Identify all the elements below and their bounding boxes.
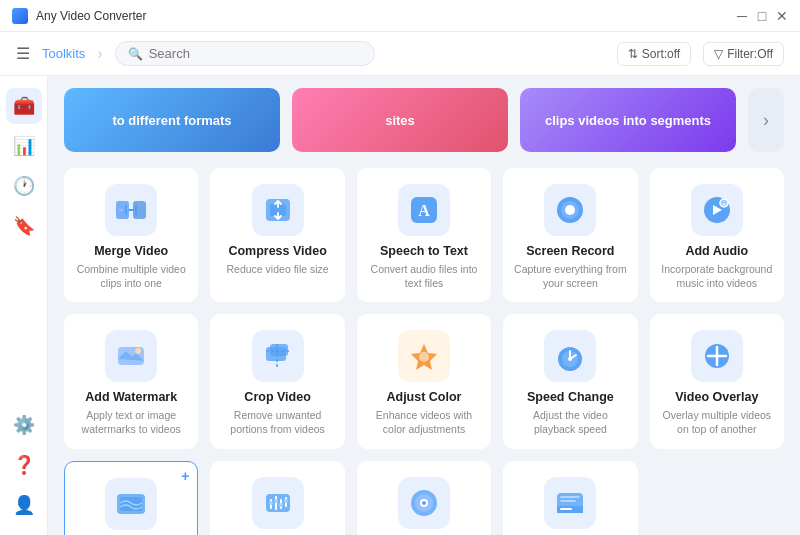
svg-point-38 <box>422 501 426 505</box>
close-button[interactable]: ✕ <box>776 10 788 22</box>
banner-download[interactable]: sites <box>292 88 508 152</box>
svg-point-32 <box>274 499 278 503</box>
audio-filter-icon <box>252 477 304 529</box>
screen-record-name: Screen Record <box>526 244 614 259</box>
merge-video-name: Merge Video <box>94 244 168 259</box>
svg-point-9 <box>565 205 575 215</box>
crop-video-name: Crop Video <box>244 390 310 405</box>
banner-convert-text: to different formats <box>112 113 231 128</box>
add-audio-name: Add Audio <box>685 244 748 259</box>
merge-video-desc: Combine multiple video clips into one <box>74 263 188 290</box>
speed-change-name: Speed Change <box>527 390 614 405</box>
video-overlay-name: Video Overlay <box>675 390 758 405</box>
tool-screen-record[interactable]: Screen Record Capture everything from yo… <box>503 168 637 302</box>
crop-video-icon <box>252 330 304 382</box>
svg-point-33 <box>279 503 283 507</box>
video-overlay-desc: Overlay multiple videos on top of anothe… <box>660 409 774 436</box>
filter-icon: ▽ <box>714 47 723 61</box>
banner-split-text: clips videos into segments <box>545 113 711 128</box>
sidebar-bottom: ⚙️ ❓ 👤 <box>6 407 42 523</box>
banner-row: to different formats sites clips videos … <box>64 88 784 152</box>
svg-rect-16 <box>270 344 288 356</box>
tool-adjust-color[interactable]: Adjust Color Enhance videos with color a… <box>357 314 491 448</box>
tool-compress-video[interactable]: Compress Video Reduce video file size <box>210 168 344 302</box>
tool-speed-change[interactable]: Speed Change Adjust the video playback s… <box>503 314 637 448</box>
merge-video-icon <box>105 184 157 236</box>
sidebar-item-help[interactable]: ❓ <box>6 447 42 483</box>
banner-split[interactable]: clips videos into segments <box>520 88 736 152</box>
svg-text:A: A <box>418 202 430 219</box>
svg-point-34 <box>284 499 288 503</box>
sidebar-item-user[interactable]: 👤 <box>6 487 42 523</box>
tool-dvd-burning[interactable]: DVD Burning Burn videos onto DVD discs f… <box>357 461 491 535</box>
svg-text:+: + <box>722 201 726 207</box>
tool-track-extract[interactable]: + Track Extract Remove audio and subtitl… <box>64 461 198 535</box>
sidebar-item-history[interactable]: 🕐 <box>6 168 42 204</box>
banner-convert[interactable]: to different formats <box>64 88 280 152</box>
sidebar: 🧰 📊 🕐 🔖 ⚙️ ❓ 👤 <box>0 76 48 535</box>
breadcrumb-separator: › <box>97 45 102 63</box>
title-bar: Any Video Converter ─ □ ✕ <box>0 0 800 32</box>
toolbar: ☰ Toolkits › 🔍 ⇅ Sort:off ▽ Filter:Off <box>0 32 800 76</box>
track-extract-icon <box>105 478 157 530</box>
content-area: to different formats sites clips videos … <box>48 76 800 535</box>
minimize-button[interactable]: ─ <box>736 10 748 22</box>
speech-to-text-name: Speech to Text <box>380 244 468 259</box>
add-watermark-name: Add Watermark <box>85 390 177 405</box>
window-controls[interactable]: ─ □ ✕ <box>736 10 788 22</box>
adjust-color-icon <box>398 330 450 382</box>
svg-rect-1 <box>133 201 146 219</box>
crop-video-desc: Remove unwanted portions from videos <box>220 409 334 436</box>
sidebar-item-settings[interactable]: ⚙️ <box>6 407 42 443</box>
adjust-color-name: Adjust Color <box>386 390 461 405</box>
compress-video-name: Compress Video <box>228 244 326 259</box>
breadcrumb[interactable]: Toolkits <box>42 46 85 61</box>
speech-to-text-desc: Convert audio files into text files <box>367 263 481 290</box>
toolbar-right: ⇅ Sort:off ▽ Filter:Off <box>617 42 784 66</box>
tools-grid: Merge Video Combine multiple video clips… <box>64 168 784 535</box>
sort-icon: ⇅ <box>628 47 638 61</box>
add-watermark-icon <box>105 330 157 382</box>
sidebar-item-convert[interactable]: 📊 <box>6 128 42 164</box>
tool-speech-to-text[interactable]: A Speech to Text Convert audio files int… <box>357 168 491 302</box>
screen-record-desc: Capture everything from your screen <box>513 263 627 290</box>
app-title: Any Video Converter <box>36 9 147 23</box>
compress-video-icon <box>252 184 304 236</box>
filter-button[interactable]: ▽ Filter:Off <box>703 42 784 66</box>
add-badge: + <box>181 468 189 484</box>
maximize-button[interactable]: □ <box>756 10 768 22</box>
search-input[interactable] <box>149 46 362 61</box>
filter-label: Filter:Off <box>727 47 773 61</box>
app-icon <box>12 8 28 24</box>
svg-rect-2 <box>116 201 129 219</box>
banner-download-text: sites <box>385 113 415 128</box>
svg-point-20 <box>568 357 572 361</box>
tool-video-overlay[interactable]: Video Overlay Overlay multiple videos on… <box>650 314 784 448</box>
main-layout: 🧰 📊 🕐 🔖 ⚙️ ❓ 👤 to different formats site… <box>0 76 800 535</box>
search-icon: 🔍 <box>128 47 143 61</box>
tool-audio-filter[interactable]: Audio Filter Modify the audio and apply … <box>210 461 344 535</box>
svg-point-31 <box>269 501 273 505</box>
search-box[interactable]: 🔍 <box>115 41 375 66</box>
banner-more-button[interactable]: › <box>748 88 784 152</box>
sort-button[interactable]: ⇅ Sort:off <box>617 42 691 66</box>
adjust-color-desc: Enhance videos with color adjustments <box>367 409 481 436</box>
add-audio-icon: + <box>691 184 743 236</box>
svg-point-17 <box>419 352 429 362</box>
speed-change-desc: Adjust the video playback speed <box>513 409 627 436</box>
tool-merge-video[interactable]: Merge Video Combine multiple video clips… <box>64 168 198 302</box>
sidebar-item-bookmark[interactable]: 🔖 <box>6 208 42 244</box>
speed-change-icon <box>544 330 596 382</box>
add-watermark-desc: Apply text or image watermarks to videos <box>74 409 188 436</box>
tool-add-audio[interactable]: + Add Audio Incorporate background music… <box>650 168 784 302</box>
tool-crop-video[interactable]: Crop Video Remove unwanted portions from… <box>210 314 344 448</box>
breadcrumb-label: Toolkits <box>42 46 85 61</box>
tool-add-watermark[interactable]: Add Watermark Apply text or image waterm… <box>64 314 198 448</box>
add-subtitles-icon <box>544 477 596 529</box>
add-audio-desc: Incorporate background music into videos <box>660 263 774 290</box>
svg-point-14 <box>135 348 141 354</box>
sidebar-item-home[interactable]: 🧰 <box>6 88 42 124</box>
menu-icon[interactable]: ☰ <box>16 44 30 63</box>
tool-add-subtitles[interactable]: Add Subtitles Insert subtitles into vide… <box>503 461 637 535</box>
sort-label: Sort:off <box>642 47 680 61</box>
